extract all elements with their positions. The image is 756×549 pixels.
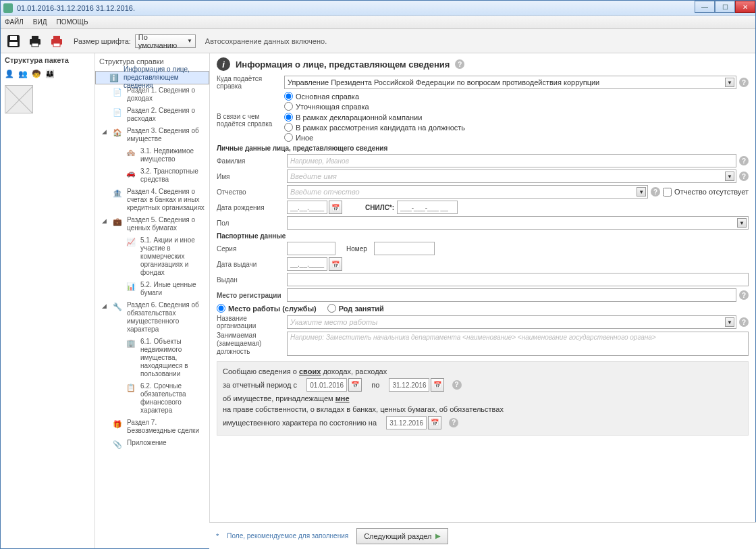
tree-item[interactable]: 📊5.2. Иные ценные бумаги (95, 279, 209, 299)
as-of-date-input[interactable] (386, 416, 427, 429)
snils-input[interactable] (397, 201, 458, 214)
position-input[interactable]: Например: Заместитель начальника департа… (287, 332, 749, 356)
radio-workplace[interactable]: Место работы (службы) (217, 304, 317, 313)
tree-item[interactable]: 📋6.2. Срочные обязательства финансового … (95, 380, 209, 417)
radio-occupation[interactable]: Род занятий (327, 304, 384, 313)
issue-date-input[interactable] (287, 257, 327, 271)
period-to-input[interactable] (389, 378, 429, 392)
period-from-input[interactable] (306, 378, 347, 392)
svg-rect-2 (10, 36, 17, 40)
help-icon[interactable]: ? (651, 187, 660, 197)
report-footnote: Сообщаю сведения о своих доходах, расход… (217, 361, 749, 436)
print-color-icon[interactable] (48, 32, 65, 50)
tree-item[interactable]: 🏢6.1. Объекты недвижимого имущества, нах… (95, 336, 209, 380)
tree-item[interactable]: 🎁Раздел 7. Безвозмездные сделки (95, 417, 209, 437)
radio-update[interactable]: Уточняющая справка (284, 102, 369, 111)
calendar-icon[interactable]: 📅 (329, 201, 342, 214)
toolbar: Размер шрифта: По умолчанию▼ Автосохране… (1, 29, 755, 53)
package-header: Структура пакета (1, 53, 94, 67)
svg-rect-4 (32, 36, 38, 39)
app-icon (3, 3, 13, 13)
package-structure-panel: Структура пакета 👤 👥 🧒 👨‍👩‍👦 (1, 53, 95, 548)
menu-help[interactable]: ПОМОЩЬ (56, 18, 88, 26)
tree-item[interactable]: 🚗3.2. Транспортные средства (95, 165, 209, 186)
tree-item[interactable]: 🏦Раздел 4. Сведения о счетах в банках и … (95, 186, 209, 214)
surname-input[interactable] (287, 154, 736, 167)
tree-item[interactable]: ◢💼Раздел 5. Сведения о ценных бумагах (95, 214, 209, 234)
svg-rect-7 (53, 36, 60, 39)
page-title: Информация о лице, представляющем сведен… (236, 59, 450, 70)
help-icon[interactable]: ? (449, 418, 458, 427)
dob-input[interactable] (287, 201, 327, 214)
calendar-icon[interactable]: 📅 (329, 257, 342, 271)
person-icon[interactable]: 👤 (5, 70, 14, 78)
help-icon[interactable]: ? (739, 290, 749, 300)
menu-bar: ФАЙЛ ВИД ПОМОЩЬ (1, 16, 755, 29)
required-note: Поле, рекомендуемое для заполнения (227, 532, 348, 540)
save-icon[interactable] (5, 32, 22, 50)
radio-main[interactable]: Основная справка (284, 92, 369, 101)
font-size-select[interactable]: По умолчанию▼ (135, 34, 196, 48)
calendar-icon[interactable]: 📅 (348, 378, 362, 392)
window-titlebar: 01.01.2016-31.12.2016 31.12.2016. — ☐ ✕ (1, 1, 755, 16)
child-icon[interactable]: 🧒 (32, 70, 41, 78)
series-input[interactable] (287, 242, 335, 255)
reason-label: В связи с чем подаётся справка (217, 113, 284, 128)
font-size-label: Размер шрифта: (74, 37, 131, 45)
person2-icon[interactable]: 👥 (18, 70, 28, 78)
radio-other[interactable]: Иное (284, 133, 465, 142)
where-label: Куда подаётся справка (217, 75, 284, 90)
info-icon: i (217, 57, 230, 71)
print-icon[interactable] (26, 32, 44, 50)
tree-item[interactable]: 📎Приложение (95, 437, 209, 452)
minimize-button[interactable]: — (695, 1, 715, 13)
passport-header: Паспортные данные (217, 232, 749, 240)
registration-header: Место регистрации (217, 292, 284, 299)
svg-rect-8 (53, 43, 60, 47)
help-icon[interactable]: ? (455, 59, 464, 69)
name-input[interactable]: Введите имя▼ (287, 169, 736, 183)
help-icon[interactable]: ? (739, 78, 749, 87)
main-content: i Информация о лице, представляющем свед… (210, 53, 755, 548)
svg-rect-5 (32, 43, 38, 47)
tree-item[interactable]: ℹ️Информация о лице, представляющем свед… (95, 71, 209, 84)
calendar-icon[interactable]: 📅 (431, 378, 444, 392)
menu-file[interactable]: ФАЙЛ (5, 18, 24, 26)
number-input[interactable] (374, 242, 435, 255)
help-icon[interactable]: ? (739, 172, 749, 181)
tree-item[interactable]: 📄Раздел 2. Сведения о расходах (95, 105, 209, 125)
patronymic-input[interactable]: Введите отчество▼ (287, 185, 648, 199)
maximize-button[interactable]: ☐ (715, 1, 735, 13)
tree-item[interactable]: 📈5.1. Акции и иное участие в коммерчески… (95, 234, 209, 279)
tree-item[interactable]: 🏘️3.1. Недвижимое имущество (95, 145, 209, 165)
window-title: 01.01.2016-31.12.2016 31.12.2016. (17, 4, 135, 12)
tree-item[interactable]: ◢🏠Раздел 3. Сведения об имуществе (95, 125, 209, 145)
no-patronymic-checkbox[interactable]: Отчество отсутствует (663, 188, 749, 197)
thumbnail-placeholder[interactable] (5, 85, 33, 113)
close-button[interactable]: ✕ (735, 1, 755, 13)
where-select[interactable]: Управление Президента Российской Федерац… (284, 76, 736, 89)
calendar-icon[interactable]: 📅 (428, 416, 441, 429)
org-select[interactable]: Укажите место работы▼ (287, 315, 736, 329)
tree-item[interactable]: ◢🔧Раздел 6. Сведения об обязательствах и… (95, 299, 209, 336)
gender-select[interactable]: ▼ (287, 216, 749, 230)
radio-declaration[interactable]: В рамках декларационной кампании (284, 113, 465, 122)
issued-by-input[interactable] (287, 273, 749, 286)
registration-input[interactable] (287, 288, 736, 302)
help-icon[interactable]: ? (739, 317, 749, 327)
svg-rect-1 (9, 42, 18, 46)
help-icon[interactable]: ? (739, 156, 749, 165)
menu-view[interactable]: ВИД (33, 18, 47, 26)
reference-structure-panel: Структура справки ℹ️Информация о лице, п… (95, 53, 210, 548)
next-section-button[interactable]: Следующий раздел▶ (356, 528, 448, 544)
personal-header: Личные данные лица, представляющего свед… (217, 145, 749, 152)
autosave-status: Автосохранение данных включено. (205, 37, 327, 45)
group-icon[interactable]: 👨‍👩‍👦 (45, 70, 55, 78)
help-icon[interactable]: ? (452, 380, 462, 390)
radio-candidate[interactable]: В рамках рассмотрения кандидата на должн… (284, 123, 465, 132)
